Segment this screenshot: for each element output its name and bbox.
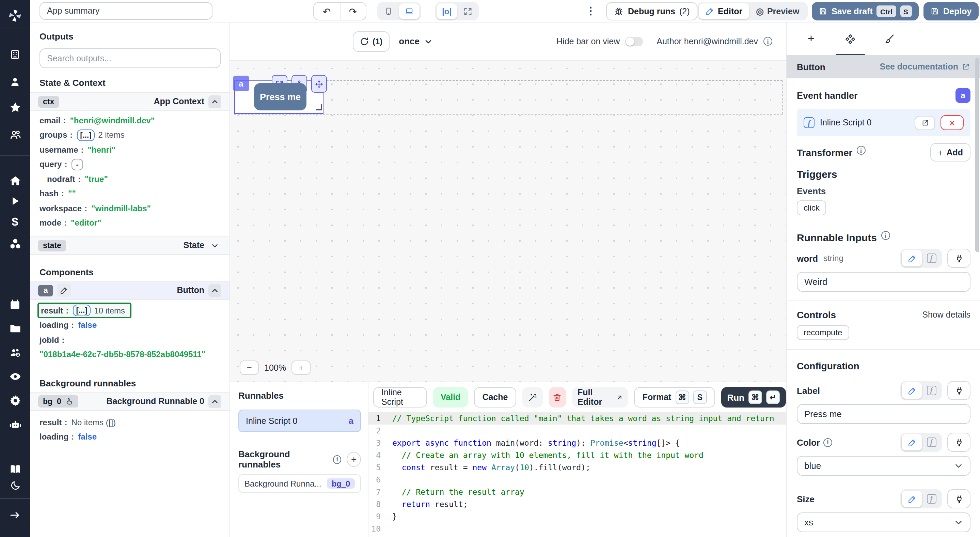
format-button[interactable]: Format ⌘ S: [635, 387, 715, 408]
full-editor-button[interactable]: Full Editor: [572, 387, 628, 408]
output-row[interactable]: mode:"editor": [40, 216, 220, 230]
static-input-pencil-button[interactable]: [902, 382, 922, 399]
output-row[interactable]: jobId:: [40, 333, 220, 347]
mobile-view-button[interactable]: [379, 3, 398, 19]
tab-editor[interactable]: Editor: [699, 3, 749, 19]
sidebar-item-audit-eye-icon[interactable]: [0, 367, 30, 385]
tab-insert-plus-icon[interactable]: +: [796, 22, 826, 55]
add-transformer-button[interactable]: +Add: [930, 143, 970, 161]
show-details-link[interactable]: Show details: [922, 310, 970, 320]
move-handle-icon[interactable]: [311, 75, 327, 93]
debug-runs-button[interactable]: Debug runs(2): [606, 2, 697, 21]
open-script-button[interactable]: [915, 116, 935, 130]
connect-input-plug-button[interactable]: [947, 381, 970, 400]
ai-wand-button[interactable]: [522, 387, 542, 408]
runnable-item-inline-script-0[interactable]: Inline Script 0 a: [239, 410, 361, 432]
sidebar-item-resources-cubes-icon[interactable]: [0, 234, 30, 252]
button-component[interactable]: Press me: [254, 83, 307, 110]
kebab-menu-icon[interactable]: ⋮: [586, 4, 596, 18]
refresh-mode-dropdown[interactable]: once: [399, 36, 433, 46]
info-icon[interactable]: i: [823, 438, 832, 447]
static-input-pencil-button[interactable]: [902, 434, 922, 451]
sidebar-item-workspace-building-icon[interactable]: [0, 46, 30, 64]
code-editor[interactable]: 12345678910 // TypeScript function calle…: [368, 412, 786, 537]
tab-styling-brush-icon[interactable]: [875, 22, 904, 55]
runnable-item-background-0[interactable]: Background Runna... bg_0: [239, 474, 361, 493]
collapse-up-icon[interactable]: [208, 395, 221, 408]
info-icon[interactable]: i: [764, 37, 772, 46]
fullwidth-expand-icon[interactable]: [458, 3, 477, 19]
size-select[interactable]: xs: [797, 513, 970, 532]
language-button[interactable]: Inline Script: [373, 387, 427, 408]
component-a-section-row[interactable]: a Button: [30, 281, 229, 300]
sidebar-item-users-group-icon[interactable]: [0, 125, 30, 143]
output-row[interactable]: loading:false: [40, 430, 220, 444]
hide-bar-toggle[interactable]: [625, 37, 643, 46]
output-row[interactable]: nodraft:"true": [40, 172, 220, 186]
connect-input-plug-button[interactable]: [947, 489, 970, 508]
sidebar-item-folders-icon[interactable]: [0, 319, 30, 337]
output-row[interactable]: result:[...]10 items: [40, 303, 220, 318]
javascript-input-button[interactable]: f: [922, 434, 940, 451]
see-documentation-link[interactable]: See documentation: [880, 62, 970, 72]
sidebar-expand-arrow-icon[interactable]: [0, 506, 30, 524]
javascript-input-button[interactable]: f: [922, 382, 940, 399]
info-icon[interactable]: i: [856, 146, 865, 155]
undo-button[interactable]: ↶: [314, 3, 339, 20]
deploy-button[interactable]: Deploy: [923, 2, 978, 21]
sidebar-item-settings-gear-icon[interactable]: [0, 391, 30, 409]
tab-preview[interactable]: ◎ Preview: [749, 6, 806, 16]
event-click-pill[interactable]: click: [797, 200, 826, 215]
output-row-value[interactable]: "018b1a4e-62c7-db5b-8578-852ab8049511": [40, 347, 220, 362]
color-select[interactable]: blue: [797, 456, 970, 476]
tab-settings-components-icon[interactable]: [835, 22, 865, 55]
panel-scrollbar[interactable]: [975, 58, 979, 252]
bg0-section-row[interactable]: bg_0 Background Runnable 0: [30, 392, 229, 411]
output-row[interactable]: result:No items ([]): [40, 415, 220, 430]
collapse-up-icon[interactable]: [208, 284, 221, 297]
info-icon[interactable]: i: [333, 455, 342, 464]
save-draft-button[interactable]: Save draft Ctrl S: [812, 2, 918, 21]
sidebar-item-ai-robot-icon[interactable]: [0, 416, 30, 433]
cache-button[interactable]: Cache: [474, 387, 516, 408]
delete-script-button[interactable]: [549, 387, 566, 408]
event-handler-script-row[interactable]: f Inline Script 0 ×: [797, 109, 970, 136]
dark-mode-moon-icon[interactable]: [0, 476, 30, 494]
zoom-out-button[interactable]: −: [240, 360, 259, 375]
sidebar-item-groups-admin-icon[interactable]: [0, 343, 30, 361]
connect-input-plug-button[interactable]: [947, 433, 970, 452]
run-button[interactable]: Run ⌘ ↵: [721, 387, 786, 408]
sidebar-item-runs-play-icon[interactable]: [0, 192, 30, 210]
windmill-logo-icon[interactable]: [0, 7, 30, 24]
zoom-in-button[interactable]: +: [291, 360, 310, 375]
word-value-input[interactable]: [797, 272, 970, 292]
javascript-input-button[interactable]: f: [922, 250, 940, 266]
info-icon[interactable]: i: [881, 231, 890, 240]
desktop-view-button[interactable]: [399, 3, 420, 19]
edit-id-pencil-icon[interactable]: [57, 284, 71, 297]
app-summary-input[interactable]: [40, 2, 213, 20]
search-outputs-input[interactable]: [40, 48, 221, 68]
label-value-input[interactable]: [797, 404, 970, 424]
sidebar-item-schedules-calendar-icon[interactable]: [0, 296, 30, 314]
output-row[interactable]: email:"henri@windmill.dev": [40, 113, 220, 128]
state-section-row[interactable]: state State: [30, 236, 229, 255]
javascript-input-button[interactable]: f: [922, 491, 940, 507]
ctx-section-row[interactable]: ctx App Context: [30, 92, 229, 111]
collapse-down-icon[interactable]: [208, 239, 221, 252]
sidebar-item-variables-dollar-icon[interactable]: $: [0, 213, 30, 230]
output-row[interactable]: hash:"": [40, 186, 220, 201]
sidebar-item-favorites-star-icon[interactable]: [0, 98, 30, 116]
static-input-pencil-button[interactable]: [902, 491, 922, 507]
output-row[interactable]: groups:[...]2 items: [40, 128, 220, 142]
sidebar-item-docs-book-icon[interactable]: [0, 460, 30, 478]
output-row[interactable]: username:"henri": [40, 142, 220, 157]
add-background-runnable-button[interactable]: +: [347, 452, 361, 467]
output-row[interactable]: loading:false: [40, 318, 220, 333]
app-canvas[interactable]: a Press me − 100% +: [230, 61, 786, 382]
connect-input-plug-button[interactable]: [947, 249, 970, 268]
resize-handle[interactable]: [316, 104, 322, 110]
remove-script-button[interactable]: ×: [940, 115, 964, 130]
redo-button[interactable]: ↷: [339, 3, 366, 20]
collapse-up-icon[interactable]: [208, 95, 221, 108]
